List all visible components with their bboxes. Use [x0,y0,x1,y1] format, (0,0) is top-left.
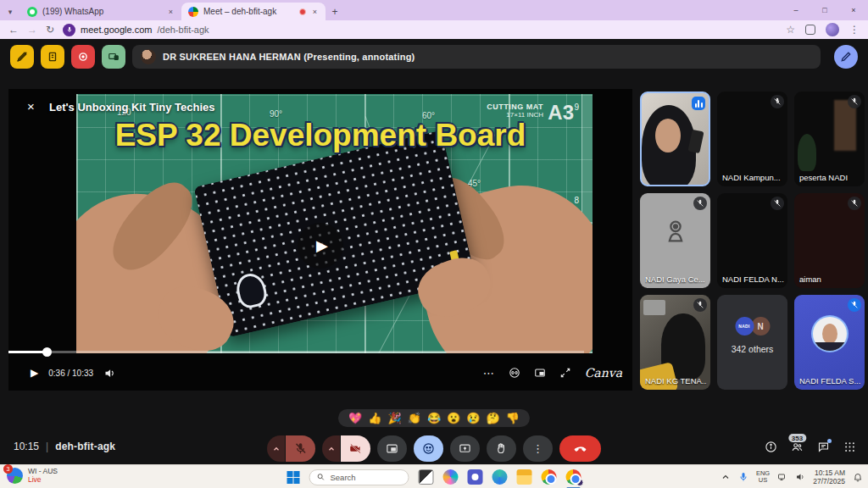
reaction-thumbs-down[interactable]: 👎 [506,413,520,424]
mic-off-icon [848,95,861,108]
speaker-face [655,119,681,152]
close-presentation-icon[interactable]: × [27,99,35,114]
network-icon[interactable] [777,472,787,482]
tab-close-icon[interactable]: × [311,8,319,16]
minimize-presentation-button[interactable] [377,435,407,462]
call-controls: ⋮ [267,435,601,462]
progress-handle[interactable] [42,347,52,357]
file-explorer-button[interactable] [517,469,532,485]
participant-tile[interactable]: NADI Gaya Ce... [640,193,710,288]
maximize-button[interactable]: □ [810,0,839,20]
activities-button[interactable] [843,441,856,453]
chrome-button[interactable] [542,469,557,485]
annotation-pen-button[interactable] [834,45,858,69]
participant-tile[interactable]: NADI FELDA N... [717,193,787,288]
audio-active-icon [692,97,705,110]
participant-tile[interactable]: NADI Kampun... [717,92,787,186]
pen-tool-button[interactable] [10,45,34,69]
participant-name: NADI KG TENA... [645,376,707,385]
edge-button[interactable] [492,469,508,485]
present-now-button[interactable] [450,435,480,462]
mic-off-button[interactable] [286,435,315,462]
share-link-icon[interactable] [509,367,520,379]
site-mic-permission-icon[interactable] [63,24,75,36]
reaction-cry[interactable]: 😢 [466,413,480,424]
close-window-button[interactable]: × [839,0,868,20]
copilot-button[interactable] [443,469,459,485]
volume-icon[interactable] [103,367,116,380]
minimize-button[interactable]: – [782,0,810,20]
forward-icon[interactable]: → [27,24,37,36]
tab-meet[interactable]: Meet – deh-bfit-agk × [181,3,326,20]
tray-chevron-up-icon[interactable] [721,472,731,482]
mat-size-label: A3 [548,101,574,125]
participants-button[interactable]: 353 [791,441,804,453]
refresh-icon[interactable]: ↻ [46,24,54,36]
screencast-tool-button[interactable] [102,45,125,69]
camera-off-button[interactable] [341,435,370,462]
end-call-button[interactable] [559,435,601,462]
url-field[interactable]: meet.google.com/deh-bfit-agk [63,24,777,36]
participant-tile-speaker[interactable] [640,92,710,186]
player-more-icon[interactable]: ⋯ [483,367,495,380]
language-indicator[interactable]: ENGUS [756,470,770,484]
reaction-surprise[interactable]: 😮 [447,413,460,424]
player-play-button[interactable]: ▶ [31,367,38,379]
more-options-button[interactable]: ⋮ [523,435,553,462]
background-monitor [643,300,665,315]
player-controls: ▶ 0:36 / 10:33 ⋯ Canva [8,360,632,385]
participant-name: peserta NADI [799,173,861,182]
others-tile[interactable]: NADI N 342 others [717,295,787,390]
tray-clock[interactable]: 10:15 AM27/7/2025 [813,469,845,485]
browser-menu-icon[interactable]: ⋮ [849,24,860,36]
mic-off-icon [848,197,861,210]
new-tab-button[interactable]: + [326,3,344,20]
canva-logo[interactable]: Canva [585,366,622,380]
screen: ▾ (199) WhatsApp × Meet – deh-bfit-agk ×… [0,0,868,488]
reaction-heart[interactable]: 💖 [348,413,362,424]
participant-tile[interactable]: peserta NADI [794,92,865,186]
tab-whatsapp[interactable]: (199) WhatsApp × [20,3,181,20]
pip-icon[interactable] [534,367,546,379]
tab-close-icon[interactable]: × [167,8,175,16]
meeting-details-button[interactable] [765,441,777,453]
start-button[interactable] [287,471,300,484]
board-tool-button[interactable] [41,45,64,69]
presenter-banner-text: DR SUKREEN HANA HERMAN (Presenting, anno… [163,52,415,62]
reactions-button[interactable] [414,435,443,462]
taskbar-search[interactable]: Search [309,469,409,485]
widget-badge: 3 [3,464,13,474]
widgets-button[interactable]: 3 WI - AUS Live [7,468,58,485]
reaction-party[interactable]: 🎉 [387,413,401,424]
task-view-button[interactable] [419,469,434,485]
chat-button[interactable] [817,441,830,453]
participant-tile[interactable]: NADI KG TENA... [640,295,710,390]
participant-tile[interactable]: NADI FELDA S... [794,295,865,390]
back-icon[interactable]: ← [8,24,19,36]
chrome-profile-badge [576,479,584,486]
raise-hand-button[interactable] [487,435,516,462]
side-panel-icon[interactable] [805,25,815,35]
tab-search-chevron-icon[interactable]: ▾ [0,3,20,20]
mic-options-chevron-icon[interactable] [267,435,285,462]
reaction-laugh[interactable]: 😂 [427,413,441,424]
tray-mic-icon[interactable] [738,472,748,482]
notifications-icon[interactable] [853,472,863,482]
camera-options-chevron-icon[interactable] [322,435,340,462]
browser-profile-avatar[interactable] [826,23,839,36]
volume-tray-icon[interactable] [795,472,805,482]
reaction-think[interactable]: 🤔 [487,413,500,424]
whatsapp-icon [27,7,37,17]
play-button[interactable]: ▶ [298,223,343,269]
reaction-clap[interactable]: 👏 [408,413,421,424]
pcb-logo [233,271,269,311]
bookmark-icon[interactable]: ☆ [786,24,795,36]
participant-tile[interactable]: aiman [794,193,865,288]
widget-live-status: Live [28,476,58,485]
chrome-active-button[interactable] [566,469,581,485]
video-progress-bar[interactable] [8,351,584,353]
record-indicator-button[interactable] [71,45,95,69]
reaction-thumbs-up[interactable]: 👍 [368,413,381,424]
fullscreen-icon[interactable] [559,367,571,379]
teams-button[interactable] [468,469,483,485]
